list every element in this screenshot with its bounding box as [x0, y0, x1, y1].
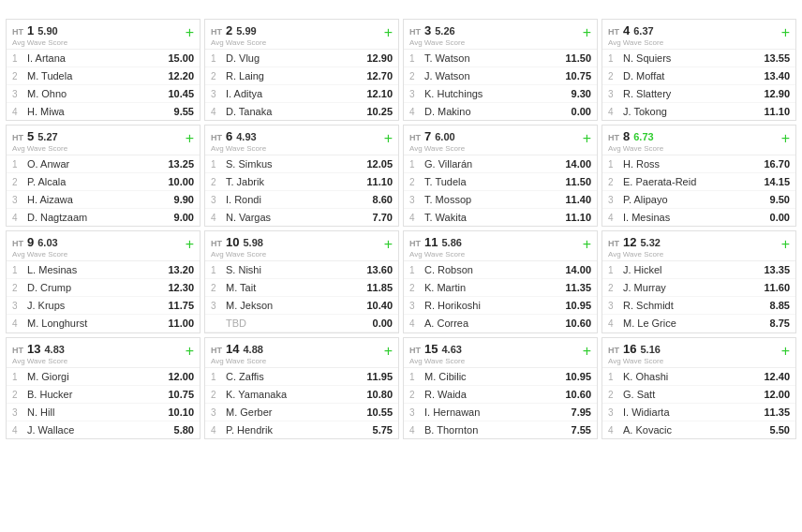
surfer-name: H. Aizawa	[23, 194, 161, 205]
ht-label: HT	[608, 133, 619, 142]
heat-add-button[interactable]: +	[781, 235, 790, 252]
heat-num: 1	[27, 23, 34, 37]
surfer-name: G. Satt	[619, 389, 757, 400]
surfer-name: R. Laing	[222, 70, 360, 81]
surfer-row: 2P. Alcala10.00	[7, 173, 200, 191]
heat-add-button[interactable]: +	[583, 129, 591, 146]
heat-add-button[interactable]: +	[583, 23, 591, 40]
heat-add-button[interactable]: +	[781, 23, 790, 40]
heat-num: 4	[623, 23, 630, 37]
surfer-rank: 2	[211, 390, 222, 400]
surfer-row: 2T. Tudela11.50	[404, 173, 597, 191]
surfer-row: 1K. Ohashi12.40	[602, 368, 795, 386]
surfer-name: C. Zaffis	[222, 371, 360, 382]
surfer-score: 13.60	[360, 264, 393, 275]
heat-add-button[interactable]: +	[186, 23, 194, 40]
surfer-row: 4I. Mesinas0.00	[602, 209, 795, 226]
surfer-rank: 3	[608, 407, 619, 418]
heat-add-button[interactable]: +	[384, 129, 393, 146]
surfer-score: 10.75	[161, 389, 194, 400]
heat-add-button[interactable]: +	[186, 342, 194, 359]
surfer-name: S. Simkus	[222, 158, 360, 170]
surfer-rank: 3	[409, 89, 421, 99]
heat-add-button[interactable]: +	[186, 235, 194, 252]
heat-add-button[interactable]: +	[781, 342, 790, 359]
heat-num: 12	[623, 235, 636, 249]
surfer-score: 12.40	[757, 371, 790, 382]
surfer-row: 2D. Moffat13.40	[602, 67, 795, 85]
surfer-rank: 1	[409, 53, 421, 64]
surfer-score: 10.45	[161, 88, 194, 99]
surfer-name: G. Villarán	[421, 158, 558, 170]
surfer-row: 3R. Schmidt8.85	[602, 297, 795, 315]
surfer-name: K. Ohashi	[619, 371, 757, 382]
surfer-score: 11.85	[360, 282, 393, 293]
surfer-rank: 2	[211, 283, 222, 293]
ht-label: HT	[409, 133, 421, 142]
avg-wave-label: Avg Wave Score	[12, 357, 67, 365]
heat-add-button[interactable]: +	[781, 129, 790, 146]
surfer-name: B. Hucker	[23, 389, 161, 400]
surfer-rank: 3	[211, 301, 222, 311]
heat-add-button[interactable]: +	[384, 342, 393, 359]
surfer-rank: 1	[211, 265, 222, 275]
heat-add-button[interactable]: +	[384, 235, 393, 252]
surfer-score: 11.95	[360, 371, 393, 382]
surfer-score: 12.05	[360, 158, 393, 170]
surfer-row: 3R. Horikoshi10.95	[404, 297, 597, 315]
surfer-score: 12.90	[757, 88, 790, 99]
surfer-row: 1H. Ross16.70	[602, 155, 795, 173]
page-title	[0, 0, 802, 17]
surfer-score: 10.25	[360, 106, 393, 117]
surfer-rank: 1	[211, 159, 222, 170]
surfer-rank: 2	[409, 283, 421, 293]
avg-wave-label: Avg Wave Score	[12, 144, 67, 153]
surfer-row: 2R. Waida10.60	[404, 386, 597, 404]
heat-header-7: HT76.00Avg Wave Score+	[404, 126, 597, 155]
surfer-name: N. Squiers	[619, 52, 757, 64]
heat-add-button[interactable]: +	[384, 23, 393, 40]
heat-header-3: HT35.26Avg Wave Score+	[404, 20, 597, 50]
surfer-row: 3J. Krups11.75	[7, 297, 200, 315]
surfer-row: 4D. Tanaka10.25	[205, 103, 398, 120]
surfer-name: R. Horikoshi	[421, 300, 558, 311]
heat-avg-score: 5.32	[640, 237, 660, 248]
surfer-rank: 3	[608, 89, 619, 99]
surfer-row: 1J. Hickel13.35	[602, 261, 795, 279]
surfer-row: 1M. Giorgi12.00	[7, 368, 200, 386]
surfer-row: 3H. Aizawa9.90	[7, 191, 200, 209]
surfer-score: 7.55	[558, 424, 591, 436]
surfer-rank: 3	[211, 407, 222, 418]
heat-block-6: HT64.93Avg Wave Score+1S. Simkus12.052T.…	[204, 125, 399, 227]
surfer-score: 11.10	[558, 212, 591, 223]
surfer-row: 1C. Robson14.00	[404, 261, 597, 279]
surfer-row: 2B. Hucker10.75	[7, 386, 200, 404]
surfer-rank: 4	[12, 107, 23, 117]
heat-add-button[interactable]: +	[583, 235, 591, 252]
heat-add-button[interactable]: +	[583, 342, 591, 359]
surfer-row: 2G. Satt12.00	[602, 386, 795, 404]
surfer-rank: 4	[12, 213, 23, 223]
surfer-name: M. Longhurst	[23, 318, 161, 329]
surfer-rank: 4	[608, 425, 619, 436]
ht-label: HT	[12, 239, 23, 248]
avg-wave-label: Avg Wave Score	[409, 357, 465, 365]
surfer-score: 14.00	[558, 264, 591, 275]
heat-block-11: HT115.86Avg Wave Score+1C. Robson14.002K…	[403, 230, 598, 333]
surfer-name: I. Aditya	[222, 88, 360, 99]
heat-num: 2	[226, 23, 232, 37]
surfer-score: 10.95	[558, 371, 591, 382]
surfer-score: 16.70	[757, 158, 790, 170]
surfer-row: 4B. Thornton7.55	[404, 421, 597, 438]
heat-num: 11	[424, 235, 438, 249]
heat-num: 7	[424, 129, 431, 143]
ht-label: HT	[12, 133, 23, 142]
heat-num: 15	[424, 342, 438, 356]
heat-header-1: HT15.90Avg Wave Score+	[7, 20, 200, 50]
surfer-row: 4A. Kovacic5.50	[602, 421, 795, 438]
surfer-name: I. Rondi	[222, 194, 360, 205]
heat-num: 13	[27, 342, 40, 356]
heat-add-button[interactable]: +	[186, 129, 194, 146]
surfer-rank: 4	[12, 318, 23, 329]
surfer-rank: 4	[12, 425, 23, 436]
